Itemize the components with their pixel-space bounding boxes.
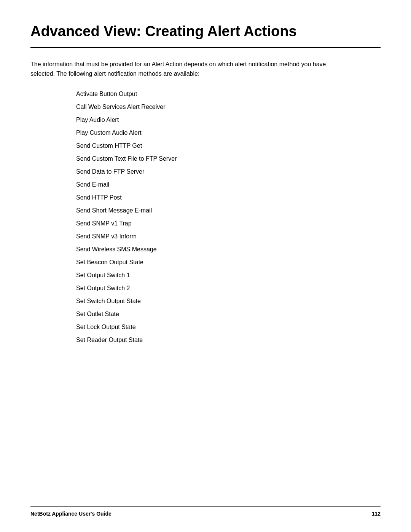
methods-list: Activate Button OutputCall Web Services …	[76, 89, 381, 345]
footer-title: NetBotz Appliance User's Guide	[30, 511, 112, 517]
list-item: Set Switch Output State	[76, 297, 381, 306]
list-item: Set Reader Output State	[76, 335, 381, 345]
list-item: Send HTTP Post	[76, 193, 381, 202]
list-item: Send Data to FTP Server	[76, 167, 381, 176]
list-item: Send SNMP v1 Trap	[76, 219, 381, 228]
list-item: Play Audio Alert	[76, 115, 381, 125]
list-item: Set Output Switch 1	[76, 271, 381, 280]
page-title: Advanced View: Creating Alert Actions	[30, 23, 381, 40]
list-item: Send Wireless SMS Message	[76, 245, 381, 254]
footer-page-number: 112	[372, 511, 381, 517]
intro-paragraph: The information that must be provided fo…	[30, 59, 342, 79]
page-container: Advanced View: Creating Alert Actions Th…	[0, 0, 411, 532]
list-item: Play Custom Audio Alert	[76, 128, 381, 137]
list-item: Send Custom Text File to FTP Server	[76, 154, 381, 163]
list-item: Set Outlet State	[76, 310, 381, 319]
list-item: Send Custom HTTP Get	[76, 141, 381, 150]
list-item: Send Short Message E-mail	[76, 206, 381, 215]
list-item: Set Beacon Output State	[76, 258, 381, 267]
list-item: Set Lock Output State	[76, 323, 381, 332]
list-item: Set Output Switch 2	[76, 284, 381, 293]
title-rule	[30, 47, 381, 48]
list-item: Activate Button Output	[76, 89, 381, 99]
page-footer: NetBotz Appliance User's Guide 112	[30, 506, 381, 517]
list-item: Call Web Services Alert Receiver	[76, 102, 381, 112]
list-item: Send SNMP v3 Inform	[76, 232, 381, 241]
list-item: Send E-mail	[76, 180, 381, 189]
